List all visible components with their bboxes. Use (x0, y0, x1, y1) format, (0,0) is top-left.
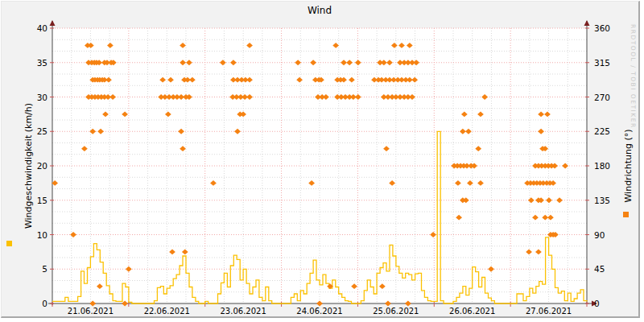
y-tick-labels-right: 04590135180225270315360 (594, 23, 610, 308)
y-left-tick-label: 35 (37, 58, 47, 68)
y-left-tick-label: 0 (42, 299, 47, 308)
legend-speed-swatch (6, 241, 12, 246)
x-tick-label: 24.06.2021 (296, 307, 342, 316)
x-tick-label: 22.06.2021 (144, 307, 190, 316)
chart-plot: 0510152025303540045901351802252703153602… (2, 2, 641, 317)
chart-title: Wind (52, 5, 587, 16)
y-left-tick-label: 40 (37, 23, 47, 33)
y-left-tick-label: 20 (37, 161, 47, 171)
y-tick-labels-left: 0510152025303540 (37, 23, 47, 308)
y-right-tick-label: 315 (594, 58, 610, 68)
y-right-tick-label: 360 (594, 23, 610, 33)
chart-surface: 0510152025303540045901351802252703153602… (1, 1, 640, 318)
x-tick-label: 26.06.2021 (449, 307, 495, 316)
x-tick-label: 21.06.2021 (68, 307, 114, 316)
y-left-tick-label: 15 (37, 196, 47, 205)
y-left-tick-label: 5 (42, 264, 47, 274)
x-tick-label: 23.06.2021 (221, 307, 266, 316)
y-right-tick-label: 90 (594, 230, 605, 240)
y-axis-label-left: Windgeschwindigkeit (km/h) (23, 61, 35, 270)
y-right-tick-label: 0 (594, 299, 600, 308)
x-tick-label: 25.06.2021 (373, 307, 419, 316)
y-left-tick-label: 25 (37, 126, 47, 136)
y-right-tick-label: 225 (594, 126, 610, 136)
legend-direction-swatch (623, 212, 629, 217)
y-left-tick-label: 30 (37, 93, 47, 102)
y-left-tick-label: 10 (37, 230, 47, 240)
x-tick-label: 27.06.2021 (526, 307, 572, 316)
y-right-tick-label: 45 (594, 264, 605, 274)
x-tick-labels: 21.06.202122.06.202123.06.202124.06.2021… (68, 307, 572, 316)
y-right-tick-label: 135 (594, 196, 610, 205)
rrdtool-watermark: RRDTOOL / TOBI OETIKER (630, 24, 637, 129)
y-right-tick-label: 180 (594, 161, 610, 171)
chart-window: 0510152025303540045901351802252703153602… (0, 0, 644, 322)
y-right-tick-label: 270 (594, 93, 610, 102)
